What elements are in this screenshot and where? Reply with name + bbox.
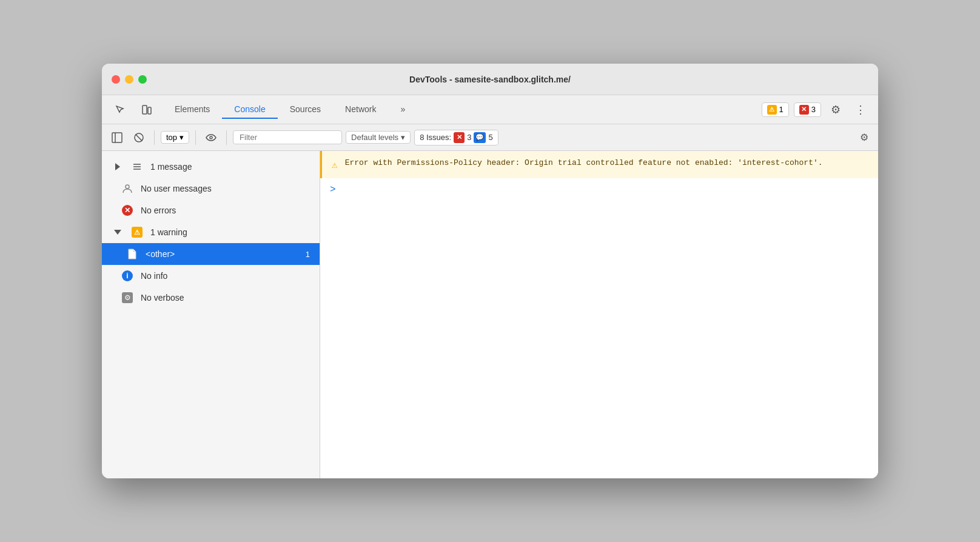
svg-line-5 [136, 134, 143, 141]
main-toolbar: Elements Console Sources Network » ⚠ 1 ✕… [102, 95, 878, 124]
sidebar-item-messages[interactable]: 1 message [102, 156, 320, 178]
tab-network[interactable]: Network [333, 101, 388, 119]
error-icon: ✕ [121, 204, 133, 216]
issues-button[interactable]: 8 Issues: ✕ 3 💬 5 [414, 130, 498, 146]
issues-message-count: 5 [488, 133, 492, 142]
top-label: top [166, 133, 177, 142]
devtools-window: DevTools - samesite-sandbox.glitch.me/ E… [102, 64, 878, 478]
traffic-lights [112, 75, 147, 84]
filter-input[interactable] [233, 130, 342, 144]
messages-label: 1 message [150, 162, 192, 172]
divider-3 [226, 130, 227, 145]
svg-point-10 [126, 185, 129, 189]
divider-2 [195, 130, 196, 145]
error-x-icon: ✕ [799, 105, 809, 115]
tab-console[interactable]: Console [222, 101, 277, 119]
sidebar-toggle-icon[interactable] [108, 130, 126, 146]
triangle-down-icon [112, 226, 124, 238]
issues-error-count: 3 [467, 133, 471, 142]
warning-label: 1 warning [150, 227, 187, 237]
settings-gear-icon[interactable]: ⚙ [826, 101, 845, 119]
issues-chat-icon: 💬 [475, 133, 484, 141]
sidebar-item-verbose[interactable]: ⚙ No verbose [102, 287, 320, 309]
console-panel: ⚠ Error with Permissions-Policy header: … [320, 151, 878, 478]
warning-triangle-icon: ⚠ [131, 226, 143, 238]
eye-icon[interactable] [202, 131, 220, 144]
top-selector[interactable]: top ▾ [161, 131, 189, 144]
warning-badge-btn[interactable]: ⚠ 1 [762, 102, 789, 117]
default-levels-selector[interactable]: Default levels ▾ [346, 131, 411, 144]
sidebar-item-user-messages[interactable]: No user messages [102, 178, 320, 199]
verbose-gear-icon: ⚙ [121, 292, 133, 304]
svg-rect-0 [143, 105, 147, 114]
title-bar: DevTools - samesite-sandbox.glitch.me/ [102, 64, 878, 95]
close-button[interactable] [112, 75, 120, 84]
sidebar-item-other[interactable]: <other> 1 [102, 243, 320, 265]
sidebar-item-info[interactable]: i No info [102, 265, 320, 287]
main-content: 1 message No user messages ✕ No errors [102, 151, 878, 478]
tab-sources[interactable]: Sources [278, 101, 333, 119]
sidebar: 1 message No user messages ✕ No errors [102, 151, 320, 478]
device-icon[interactable] [136, 101, 158, 118]
error-count: 3 [811, 105, 816, 114]
user-icon [121, 182, 133, 195]
errors-label: No errors [141, 206, 176, 215]
toolbar-right: ⚠ 1 ✕ 3 ⚙ ⋮ [762, 101, 871, 119]
warning-count: 1 [779, 105, 784, 114]
console-warning-message: ⚠ Error with Permissions-Policy header: … [320, 151, 878, 178]
chevron-levels-icon: ▾ [401, 133, 405, 142]
info-label: No info [141, 271, 167, 281]
error-badge-btn[interactable]: ✕ 3 [794, 102, 821, 117]
issues-error-badge: ✕ [454, 132, 465, 143]
user-messages-label: No user messages [141, 184, 212, 193]
svg-rect-2 [112, 133, 122, 142]
console-prompt[interactable]: > [320, 178, 878, 201]
verbose-label: No verbose [141, 293, 184, 303]
tab-more[interactable]: » [388, 101, 417, 119]
minimize-button[interactable] [125, 75, 133, 84]
issues-message-badge: 💬 [474, 132, 486, 143]
default-levels-label: Default levels [351, 133, 398, 142]
other-count: 1 [306, 250, 310, 259]
prompt-arrow-icon[interactable]: > [330, 184, 336, 195]
info-icon: i [121, 270, 133, 282]
more-dots-icon[interactable]: ⋮ [850, 101, 871, 119]
list-icon [131, 161, 143, 173]
triangle-right-icon [112, 161, 124, 173]
issues-label: 8 Issues: [420, 133, 451, 142]
warning-text: Error with Permissions-Policy header: Or… [345, 158, 823, 167]
console-toolbar: top ▾ Default levels ▾ 8 Issues: ✕ 3 💬 5 [102, 124, 878, 151]
tab-bar: Elements Console Sources Network » [163, 101, 757, 119]
sidebar-item-warning[interactable]: ⚠ 1 warning [102, 221, 320, 243]
window-title: DevTools - samesite-sandbox.glitch.me/ [409, 75, 571, 84]
divider-1 [154, 130, 155, 145]
inspect-icon[interactable] [109, 101, 131, 118]
maximize-button[interactable] [138, 75, 147, 84]
warn-triangle-icon: ⚠ [767, 105, 777, 115]
chevron-down-icon: ▾ [180, 133, 184, 142]
other-label: <other> [146, 249, 175, 259]
issues-error-icon: ✕ [457, 133, 462, 141]
block-icon[interactable] [130, 130, 148, 146]
console-settings-icon[interactable]: ⚙ [856, 129, 872, 146]
svg-point-6 [210, 136, 212, 139]
sidebar-item-errors[interactable]: ✕ No errors [102, 199, 320, 221]
tab-elements[interactable]: Elements [163, 101, 222, 119]
file-icon [126, 248, 138, 260]
warn-msg-icon: ⚠ [332, 159, 338, 171]
svg-rect-1 [148, 107, 151, 114]
